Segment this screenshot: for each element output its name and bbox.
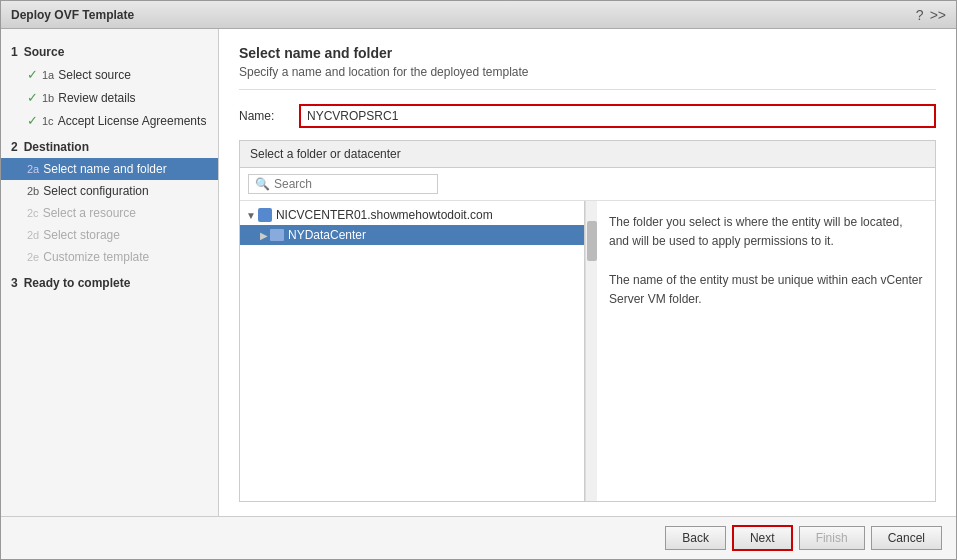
sidebar-item-2a[interactable]: 2a Select name and folder [1, 158, 218, 180]
folder-tree: ▼ NICVCENTER01.showmehowtodoit.com ▶ NYD… [240, 201, 585, 501]
help-icon[interactable]: ? [916, 7, 924, 23]
search-input[interactable] [274, 177, 424, 191]
check-icon-1c: ✓ [27, 113, 38, 128]
step3-label: Ready to complete [24, 276, 131, 290]
sidebar-section-2: 2 Destination 2a Select name and folder … [1, 136, 218, 268]
check-icon-1b: ✓ [27, 90, 38, 105]
deploy-ovf-window: Deploy OVF Template ? >> 1 Source ✓ 1a S… [0, 0, 957, 560]
content-title: Select name and folder [239, 45, 936, 61]
name-label: Name: [239, 109, 299, 123]
cancel-button[interactable]: Cancel [871, 526, 942, 550]
sidebar-item-1c-label: Accept License Agreements [58, 114, 207, 128]
sidebar-item-2e-label: Customize template [43, 250, 149, 264]
folder-panel: Select a folder or datacenter 🔍 ▼ NICVCE… [239, 140, 936, 502]
tree-dc-label: NYDataCenter [288, 228, 366, 242]
sidebar-section-3: 3 Ready to complete [1, 272, 218, 294]
sidebar: 1 Source ✓ 1a Select source ✓ 1b Review … [1, 29, 219, 516]
folder-panel-header: Select a folder or datacenter [240, 141, 935, 168]
sidebar-item-1a-label: Select source [58, 68, 131, 82]
title-bar: Deploy OVF Template ? >> [1, 1, 956, 29]
sidebar-item-2b-label: Select configuration [43, 184, 148, 198]
step2-number: 2 [11, 140, 18, 154]
folder-tree-scrollbar[interactable] [585, 201, 597, 501]
main-content: 1 Source ✓ 1a Select source ✓ 1b Review … [1, 29, 956, 516]
step2-label: Destination [24, 140, 89, 154]
folder-info-text-2: The name of the entity must be unique wi… [609, 271, 923, 309]
tree-item-root[interactable]: ▼ NICVCENTER01.showmehowtodoit.com [240, 205, 584, 225]
content-area: Select name and folder Specify a name an… [219, 29, 956, 516]
footer: Back Next Finish Cancel [1, 516, 956, 559]
step1-number: 1 [11, 45, 18, 59]
folder-info-text-1: The folder you select is where the entit… [609, 213, 923, 251]
step1-label: Source [24, 45, 65, 59]
name-field-row: Name: [239, 104, 936, 128]
sidebar-item-2a-label: Select name and folder [43, 162, 166, 176]
sidebar-item-2c: 2c Select a resource [1, 202, 218, 224]
sidebar-step2-header: 2 Destination [1, 136, 218, 158]
finish-button[interactable]: Finish [799, 526, 865, 550]
sidebar-item-1a[interactable]: ✓ 1a Select source [1, 63, 218, 86]
step3-number: 3 [11, 276, 18, 290]
sidebar-section-1: 1 Source ✓ 1a Select source ✓ 1b Review … [1, 41, 218, 132]
tree-root-label: NICVCENTER01.showmehowtodoit.com [276, 208, 493, 222]
content-subtitle: Specify a name and location for the depl… [239, 65, 936, 90]
vc-icon [258, 208, 272, 222]
sidebar-item-2c-label: Select a resource [43, 206, 136, 220]
tree-item-dc[interactable]: ▶ NYDataCenter [240, 225, 584, 245]
title-bar-icons: ? >> [916, 7, 946, 23]
sidebar-item-1b-label: Review details [58, 91, 135, 105]
window-title: Deploy OVF Template [11, 8, 134, 22]
title-bar-left: Deploy OVF Template [11, 8, 134, 22]
folder-body: ▼ NICVCENTER01.showmehowtodoit.com ▶ NYD… [240, 201, 935, 501]
name-input[interactable] [299, 104, 936, 128]
sidebar-item-1c[interactable]: ✓ 1c Accept License Agreements [1, 109, 218, 132]
sidebar-item-2e: 2e Customize template [1, 246, 218, 268]
dc-icon [270, 229, 284, 241]
folder-search-area: 🔍 [240, 168, 935, 201]
check-icon-1a: ✓ [27, 67, 38, 82]
expand-icon[interactable]: >> [930, 7, 946, 23]
back-button[interactable]: Back [665, 526, 726, 550]
sidebar-item-2b[interactable]: 2b Select configuration [1, 180, 218, 202]
sidebar-step3-header: 3 Ready to complete [1, 272, 218, 294]
search-box[interactable]: 🔍 [248, 174, 438, 194]
folder-info: The folder you select is where the entit… [597, 201, 935, 501]
search-icon: 🔍 [255, 177, 270, 191]
sidebar-step1-header: 1 Source [1, 41, 218, 63]
sidebar-item-2d: 2d Select storage [1, 224, 218, 246]
collapse-icon: ▼ [246, 210, 256, 221]
sidebar-item-2d-label: Select storage [43, 228, 120, 242]
next-button[interactable]: Next [732, 525, 793, 551]
sidebar-item-1b[interactable]: ✓ 1b Review details [1, 86, 218, 109]
expand-icon-dc: ▶ [260, 230, 268, 241]
scrollbar-thumb [587, 221, 597, 261]
